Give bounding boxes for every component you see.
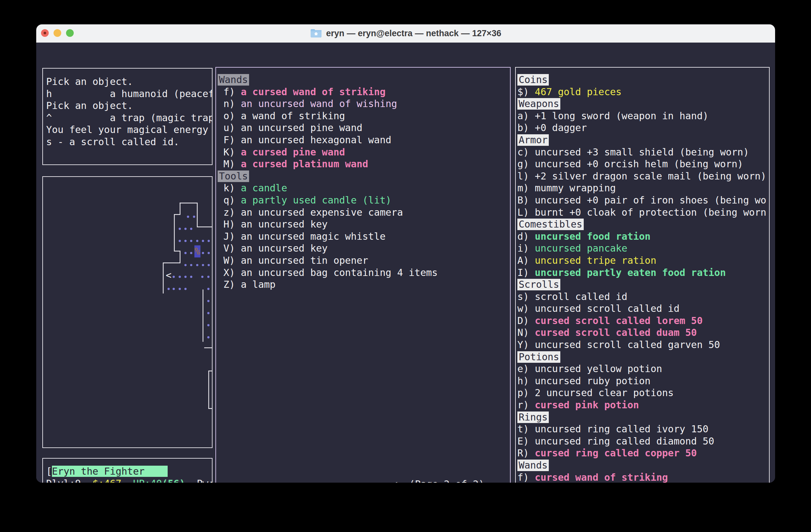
menu-item-letter: c) [517,146,535,158]
menu-item-text: uncursed +0 pair of iron shoes (being wo [535,194,766,206]
map-floor-dot [208,240,210,242]
menu-item-text: a candle [241,182,287,193]
menu-item[interactable]: w) uncursed scroll called id [517,302,769,315]
menu-item[interactable]: D) cursed scroll called lorem 50 [517,315,769,327]
menu-item-letter: t) [517,423,535,435]
menu-item-text: an uncursed tin opener [241,255,368,266]
map-floor-dot [179,240,181,242]
menu-item[interactable]: N) cursed scroll called duam 50 [517,327,769,339]
menu-item[interactable]: E) uncursed ring called diamond 50 [517,435,769,448]
menu-item[interactable]: t) uncursed ring called ivory 150 [517,423,769,435]
menu-item[interactable]: p) 2 uncursed clear potions [517,387,769,399]
menu-item[interactable]: R) cursed ring called copper 50 [517,447,769,459]
menu-item-text: an uncursed key [241,242,327,254]
menu-item[interactable]: M) a cursed platinum wand [218,158,510,170]
menu-item[interactable]: i) uncursed pancake [517,242,769,254]
menu-item[interactable]: l) +2 silver dragon scale mail (being wo… [517,170,769,182]
menu-item[interactable]: Y) uncursed scroll called garven 50 [517,339,769,351]
map-floor-dot [202,252,204,254]
menu-item[interactable]: H) an uncursed key [218,218,510,231]
menu-category-header: Comestibles [517,218,769,231]
menu-item[interactable]: z) an uncursed expensive camera [218,206,510,219]
menu-category-label: Coins [517,74,549,85]
map-floor-dot [184,228,186,230]
status-stat: Dlvl:9 [46,478,81,483]
menu-item[interactable]: e) uncursed yellow potion [517,363,769,375]
menu-item[interactable]: B) uncursed +0 pair of iron shoes (being… [517,194,769,206]
map-floor-dot [208,324,210,326]
message-line: Pick an object. [46,100,212,112]
menu-item[interactable]: o) a wand of striking [218,110,510,122]
menu-item[interactable]: u) an uncursed pine wand [218,122,510,134]
menu-item-text: 2 uncursed clear potions [535,387,673,398]
menu-category-label: Potions [517,351,560,363]
menu-item[interactable]: q) a partly used candle (lit) [218,194,510,206]
map-floor-dot [190,252,192,254]
menu-item-letter: X) [218,267,241,278]
menu-item[interactable]: c) uncursed +3 small shield (being worn) [517,146,769,158]
menu-item-text: an uncursed wand of wishing [241,98,397,109]
menu-item-letter: d) [517,231,535,242]
map-floor-dot [208,252,210,254]
menu-item[interactable]: h) uncursed ruby potion [517,375,769,387]
menu-item[interactable]: $) 467 gold pieces [517,86,769,98]
menu-item-letter: q) [218,194,241,206]
menu-category-header: Tools [218,170,510,182]
map-food-item-glyph: % [194,246,200,257]
window-titlebar[interactable]: eryn — eryn@electra — nethack — 127×36 [36,25,775,43]
menu-item-letter: g) [517,158,535,170]
map-panel: %< [42,176,213,448]
menu-item[interactable]: b) +0 dagger [517,122,769,134]
message-line: Pick an object. [46,76,212,88]
map-floor-dot [208,288,210,290]
menu-item[interactable]: A) uncursed tripe ration [517,254,769,267]
minimize-button[interactable] [53,29,61,37]
menu-item-text: an uncursed bag containing 4 items [241,267,438,278]
menu-item-letter: V) [218,242,241,254]
map-floor-dot [172,276,175,278]
menu-item[interactable]: m) mummy wrapping [517,182,769,194]
menu-category-header: Potions [517,351,769,363]
menu-item[interactable]: s) scroll called id [517,291,769,303]
menu-item-letter: A) [517,255,535,266]
menu-item[interactable]: f) a cursed wand of striking [218,86,510,98]
menu-item[interactable]: L) burnt +0 cloak of protection (being w… [517,206,769,219]
zoom-button[interactable] [66,29,74,37]
menu-item[interactable]: g) uncursed +0 orcish helm (being worn) [517,158,769,170]
menu-item[interactable]: W) an uncursed tin opener [218,254,510,267]
menu-item-text: cursed pink potion [535,399,639,410]
window-title: eryn — eryn@electra — nethack — 127×36 [310,28,501,38]
message-line: ^ a trap (magic trap) [46,112,212,124]
menu-item[interactable]: J) an uncursed magic whistle [218,231,510,242]
menu-item-text: a cursed pine wand [241,146,345,158]
menu-item[interactable]: d) uncursed food ration [517,231,769,242]
menu-category-label: Tools [218,171,249,182]
map-floor-dot [208,276,210,278]
menu-item[interactable]: V) an uncursed key [218,242,510,254]
menu-item[interactable]: I) uncursed partly eaten food ration [517,267,769,279]
menu-item[interactable]: n) an uncursed wand of wishing [218,98,510,110]
menu-item-letter: J) [218,231,241,242]
menu-item[interactable]: k) a candle [218,182,510,194]
menu-item[interactable]: f) cursed wand of striking [517,471,769,483]
menu-item[interactable]: K) a cursed pine wand [218,146,510,158]
map-floor-dot [201,276,203,278]
map-wall [180,203,212,227]
menu-category-header: Wands [517,459,769,471]
menu-item-letter: k) [218,182,241,193]
menu-item[interactable]: r) cursed pink potion [517,399,769,411]
menu-item-text: a lamp [241,279,275,290]
menu-category-header: Coins [517,74,769,86]
menu-item-letter: I) [517,267,535,278]
page-indicator: <= (Page 2 of 2) [392,478,484,483]
menu-item-letter: R) [517,448,535,459]
menu-item-text: uncursed partly eaten food ration [535,267,726,278]
menu-item[interactable]: Z) a lamp [218,279,510,291]
close-button[interactable] [41,29,49,37]
menu-item-text: uncursed ring called diamond 50 [535,436,714,447]
menu-item-text: +2 silver dragon scale mail (being worn) [535,171,766,182]
menu-item[interactable]: a) +1 long sword (weapon in hand) [517,110,769,122]
menu-item[interactable]: X) an uncursed bag containing 4 items [218,267,510,279]
menu-item[interactable]: F) an uncursed hexagonal wand [218,134,510,146]
menu-category-label: Weapons [517,98,560,110]
